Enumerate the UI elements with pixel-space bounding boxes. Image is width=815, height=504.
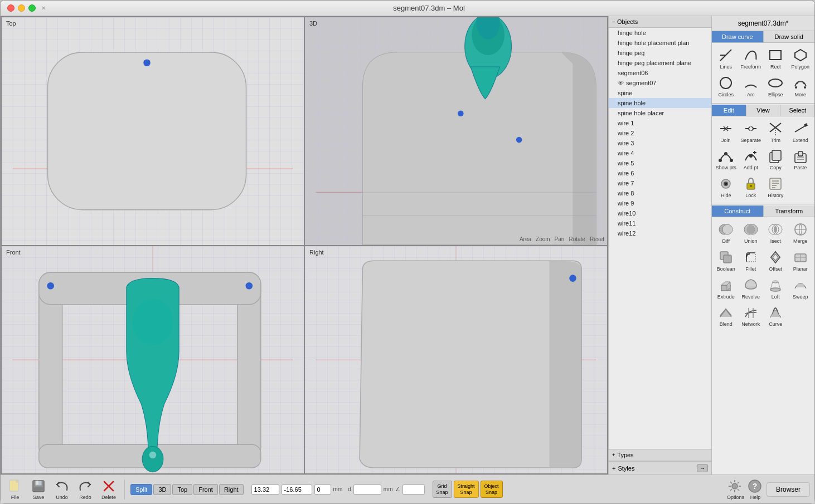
tool-circles[interactable]: Circles: [714, 73, 738, 100]
list-item[interactable]: wire 3: [609, 138, 711, 148]
top-view-btn[interactable]: Top: [172, 484, 192, 495]
list-item[interactable]: hinge hole placement plan: [609, 38, 711, 48]
objects-header[interactable]: – Objects: [609, 16, 711, 28]
tool-merge[interactable]: Merge: [789, 219, 813, 246]
list-item[interactable]: spine hole placer: [609, 108, 711, 118]
save-button[interactable]: Save: [28, 478, 48, 500]
file-button[interactable]: File: [5, 478, 25, 500]
tool-ellipse[interactable]: Ellipse: [764, 73, 788, 100]
tool-paste[interactable]: Paste: [789, 146, 813, 173]
styles-arrow-button[interactable]: →: [697, 464, 708, 472]
list-item[interactable]: hinge hole: [609, 28, 711, 38]
styles-expand-icon: +: [612, 465, 615, 472]
viewport-top[interactable]: Top: [2, 17, 304, 245]
list-item[interactable]: wire 4: [609, 148, 711, 158]
browser-button[interactable]: Browser: [767, 482, 810, 497]
help-button[interactable]: ? Help: [748, 479, 763, 500]
edit-tab-btn[interactable]: Edit: [712, 105, 746, 116]
d-field[interactable]: [353, 485, 381, 495]
construct-tab-btn[interactable]: Construct: [712, 205, 764, 217]
styles-header[interactable]: + Styles →: [609, 462, 711, 474]
view-tab-btn[interactable]: View: [746, 105, 781, 116]
tool-boolean[interactable]: Boolean: [714, 247, 738, 274]
draw-curve-tab[interactable]: Draw curve: [712, 31, 764, 42]
front-view-btn[interactable]: Front: [193, 484, 218, 495]
close-button[interactable]: [7, 4, 14, 12]
list-item[interactable]: wire 1: [609, 118, 711, 128]
object-snap-btn[interactable]: ObjectSnap: [481, 481, 503, 498]
zoom-btn[interactable]: Zoom: [536, 236, 550, 242]
coord-x-field[interactable]: [251, 485, 279, 495]
viewport-3d[interactable]: 3D: [305, 17, 607, 245]
tool-lines[interactable]: Lines: [714, 45, 738, 72]
list-item[interactable]: spine: [609, 88, 711, 98]
reset-btn[interactable]: Reset: [590, 236, 604, 242]
options-button[interactable]: Options: [727, 479, 744, 500]
tool-rect[interactable]: Rect: [764, 45, 788, 72]
tool-curve[interactable]: Curve: [764, 302, 788, 329]
list-item[interactable]: wire 5: [609, 158, 711, 168]
tool-fillet[interactable]: Fillet: [739, 247, 763, 274]
rotate-btn[interactable]: Rotate: [569, 236, 585, 242]
list-item[interactable]: wire12: [609, 228, 711, 238]
tool-history[interactable]: History: [764, 174, 788, 200]
list-item[interactable]: segment06: [609, 68, 711, 78]
list-item[interactable]: hinge peg placement plane: [609, 58, 711, 68]
transform-tab-btn[interactable]: Transform: [764, 205, 815, 217]
tool-trim[interactable]: Trim: [764, 119, 788, 145]
list-item-segment07[interactable]: 👁 segment07: [609, 78, 711, 88]
coord-y-field[interactable]: [282, 485, 312, 495]
select-tab-btn[interactable]: Select: [780, 105, 814, 116]
pan-btn[interactable]: Pan: [555, 236, 565, 242]
tool-sweep[interactable]: Sweep: [789, 275, 813, 302]
tool-revolve[interactable]: Revolve: [739, 275, 763, 302]
tool-network[interactable]: Network: [739, 302, 763, 329]
3d-view-btn[interactable]: 3D: [153, 484, 171, 495]
types-header[interactable]: + Types: [609, 449, 711, 461]
tool-diff[interactable]: Diff: [714, 219, 738, 246]
redo-button[interactable]: Redo: [75, 478, 95, 500]
tool-add-pt[interactable]: Add pt: [739, 146, 763, 173]
list-item[interactable]: wire 8: [609, 188, 711, 198]
tool-planar[interactable]: Planar: [789, 247, 813, 274]
list-item[interactable]: wire10: [609, 208, 711, 218]
tool-polygon[interactable]: Polygon: [789, 45, 813, 72]
delete-button[interactable]: Delete: [99, 478, 119, 500]
straight-snap-btn[interactable]: StraightSnap: [454, 481, 479, 498]
tool-show-pts[interactable]: Show pts: [714, 146, 738, 173]
grid-snap-btn[interactable]: GridSnap: [433, 481, 452, 498]
coord-z-field[interactable]: [314, 485, 331, 495]
tool-copy[interactable]: Copy: [764, 146, 788, 173]
undo-button[interactable]: Undo: [52, 478, 72, 500]
tool-extrude[interactable]: Extrude: [714, 275, 738, 302]
tool-hide[interactable]: Hide: [714, 174, 738, 200]
tool-arc[interactable]: Arc: [739, 73, 763, 100]
viewport-front[interactable]: Front: [2, 246, 304, 474]
list-item[interactable]: wire 6: [609, 168, 711, 178]
angle-field[interactable]: [402, 485, 425, 495]
tool-loft[interactable]: Loft: [764, 275, 788, 302]
list-item[interactable]: hinge peg: [609, 48, 711, 58]
list-item[interactable]: wire 2: [609, 128, 711, 138]
list-item[interactable]: wire 7: [609, 178, 711, 188]
draw-solid-tab[interactable]: Draw solid: [764, 31, 815, 42]
tool-freeform[interactable]: Freeform: [739, 45, 763, 72]
tool-isect[interactable]: Isect: [764, 219, 788, 246]
tool-join[interactable]: Join: [714, 119, 738, 145]
minimize-button[interactable]: [18, 4, 25, 12]
tool-more-curves[interactable]: More: [789, 73, 813, 100]
tool-offset[interactable]: Offset: [764, 247, 788, 274]
tool-separate[interactable]: Separate: [739, 119, 763, 145]
tool-union[interactable]: Union: [739, 219, 763, 246]
tool-lock[interactable]: Lock: [739, 174, 763, 200]
list-item-spine-hole[interactable]: spine hole: [609, 98, 711, 108]
right-view-btn[interactable]: Right: [219, 484, 244, 495]
viewport-right[interactable]: Right: [305, 246, 607, 474]
tool-extend[interactable]: Extend: [789, 119, 813, 145]
tool-blend[interactable]: Blend: [714, 302, 738, 329]
list-item[interactable]: wire11: [609, 218, 711, 228]
split-view-btn[interactable]: Split: [130, 484, 152, 495]
list-item[interactable]: wire 9: [609, 198, 711, 208]
fullscreen-button[interactable]: [28, 4, 36, 12]
area-btn[interactable]: Area: [520, 236, 531, 242]
